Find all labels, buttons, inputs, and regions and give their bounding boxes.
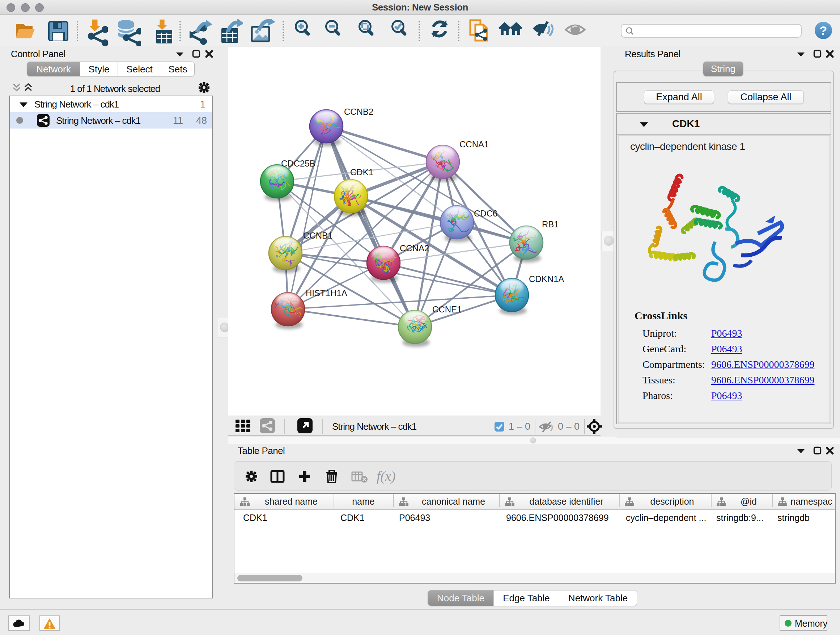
svg-text:CCNB2: CCNB2 [344, 107, 373, 117]
svg-text:CDK1: CDK1 [350, 167, 373, 177]
svg-text:CCNA2: CCNA2 [400, 243, 429, 253]
svg-text:CDC25B: CDC25B [281, 158, 316, 168]
svg-text:CDC6: CDC6 [474, 209, 497, 218]
svg-text:CCNA1: CCNA1 [459, 139, 489, 149]
svg-text:HIST1H1A: HIST1H1A [306, 288, 347, 298]
svg-text:CDKN1A: CDKN1A [529, 274, 564, 284]
svg-text:CCNE1: CCNE1 [432, 304, 462, 314]
svg-text:RB1: RB1 [542, 219, 559, 229]
svg-text:CCNB1: CCNB1 [303, 231, 332, 241]
